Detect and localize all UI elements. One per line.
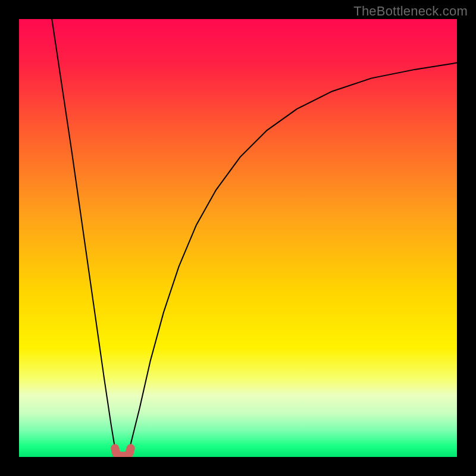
chart-frame: TheBottleneck.com <box>0 0 476 476</box>
chart-svg <box>19 19 457 457</box>
chart-plot-area <box>19 19 457 457</box>
chart-background <box>19 19 457 457</box>
attribution-text: TheBottleneck.com <box>353 4 468 19</box>
